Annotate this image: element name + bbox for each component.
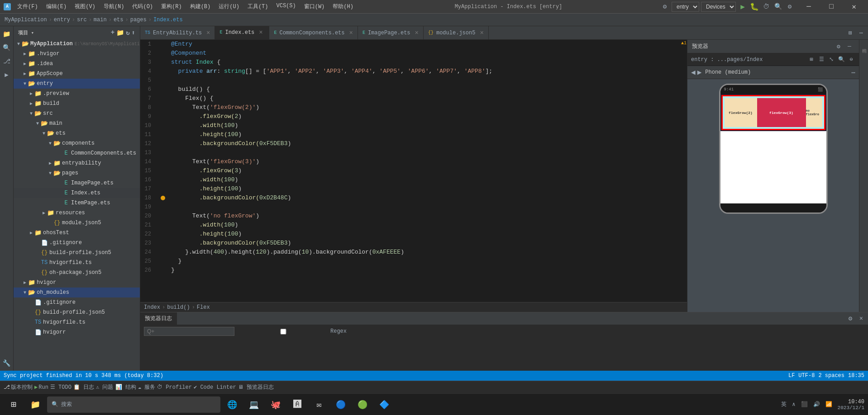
menu-refactor[interactable]: 重构(R) xyxy=(157,2,186,11)
taskbar-search[interactable]: 🔍 搜索 xyxy=(47,396,220,413)
tree-item-ohpackage[interactable]: {} oh-package.json5 xyxy=(14,268,140,278)
run-btn[interactable]: ▶ Run xyxy=(34,384,48,391)
settings-icon[interactable]: ⚙ xyxy=(660,2,670,12)
start-button[interactable]: ⊞ xyxy=(4,395,24,415)
preview-settings-btn[interactable]: ⚙ xyxy=(834,42,844,52)
tab-modulejson5[interactable]: {} module.json5 × xyxy=(424,26,489,39)
bottom-close-btn[interactable]: × xyxy=(856,314,866,324)
breadcrumb-src[interactable]: src xyxy=(77,17,87,23)
activity-search[interactable]: 🔍 xyxy=(1,42,13,53)
search-toolbar-icon[interactable]: 🔍 xyxy=(773,2,783,12)
breadcrumb-ets[interactable]: ets xyxy=(114,17,124,23)
breadcrumb-flex-func[interactable]: Flex xyxy=(197,304,210,311)
tree-item-buildprofile[interactable]: {} build-profile.json5 xyxy=(14,248,140,258)
tray-show-hidden[interactable]: ∧ xyxy=(790,400,797,409)
version-control-btn[interactable]: ⎇ 版本控制 xyxy=(4,383,33,391)
taskbar-vscode[interactable]: 💻 xyxy=(244,395,264,415)
taskbar-file-manager[interactable]: 📁 xyxy=(25,395,45,415)
log-area[interactable] xyxy=(140,338,868,371)
menu-view[interactable]: 视图(V) xyxy=(71,2,99,11)
menu-window[interactable]: 窗口(W) xyxy=(300,2,329,11)
preview-more-btn[interactable]: ⋯ xyxy=(852,69,855,76)
sidebar-new-file-icon[interactable]: + xyxy=(111,29,114,37)
breadcrumb-build-func[interactable]: build() xyxy=(167,304,190,311)
tree-item-ohmodules[interactable]: ▼ 📂 oh_modules xyxy=(14,288,140,297)
regex-checkbox[interactable] xyxy=(238,329,329,335)
preview-next-btn[interactable]: ▶ xyxy=(697,68,702,77)
tab-close-entryability[interactable]: × xyxy=(206,29,210,37)
code-editor[interactable]: 1 2 3 4 5 6 7 8 9 10 11 12 13 xyxy=(140,40,687,302)
tree-item-idea[interactable]: ▶ 📁 .idea xyxy=(14,59,140,69)
status-indent[interactable]: 2 spaces xyxy=(818,373,844,379)
tab-entryability[interactable]: TS EntryAbility.ts × xyxy=(140,26,215,39)
log-btn[interactable]: 📋 日志 xyxy=(73,383,94,391)
tree-item-main[interactable]: ▼ 📂 main xyxy=(14,118,140,128)
breadcrumb-pages[interactable]: pages xyxy=(130,17,147,23)
tree-item-itempage[interactable]: E ItemPage.ets xyxy=(14,198,140,208)
tree-item-gitignore[interactable]: 📄 .gitignore xyxy=(14,238,140,248)
tree-item-src[interactable]: ▼ 📂 src xyxy=(14,108,140,118)
breakpoint-dot[interactable] xyxy=(161,196,165,200)
tree-item-ets[interactable]: ▼ 📂 ets xyxy=(14,128,140,138)
taskbar-app2[interactable]: 🟢 xyxy=(353,395,372,415)
tree-item-build[interactable]: ▶ 📁 build xyxy=(14,99,140,108)
todo-btn[interactable]: ☰ TODO xyxy=(50,384,72,391)
status-encoding[interactable]: UTF-8 xyxy=(798,373,815,379)
tree-item-hvigorfile2[interactable]: TS hvigorfile.ts xyxy=(14,317,140,327)
tree-item-modulejson5[interactable]: {} module.json5 xyxy=(14,218,140,228)
menu-build[interactable]: 构建(B) xyxy=(186,2,215,11)
activity-extensions[interactable]: 🔧 xyxy=(1,357,13,369)
sidebar-new-folder-icon[interactable]: 📁 xyxy=(116,29,124,37)
tree-item-hvigorr[interactable]: 📄 hvigorr xyxy=(14,327,140,337)
tree-item-entryability[interactable]: ▶ 📁 entryability xyxy=(14,158,140,168)
sidebar-collapse-icon[interactable]: ⬆ xyxy=(132,29,135,37)
tree-item-myapp[interactable]: ▼ 📂 MyApplication E:\HarmonyOS\MyApplica… xyxy=(14,39,140,49)
menu-tools[interactable]: 工具(T) xyxy=(244,2,272,11)
tray-network[interactable]: 📶 xyxy=(824,400,834,409)
tree-item-components[interactable]: ▼ 📂 components xyxy=(14,138,140,148)
breadcrumb-index-func[interactable]: Index xyxy=(144,304,160,311)
activity-explorer[interactable]: 📁 xyxy=(1,28,13,40)
right-sidebar-structure[interactable]: 结构 xyxy=(859,40,868,50)
preview-expand-icon[interactable]: ⤡ xyxy=(827,56,835,64)
minimize-button[interactable]: ─ xyxy=(798,0,819,14)
tree-item-indexets[interactable]: E Index.ets xyxy=(14,188,140,198)
tree-item-gitignore2[interactable]: 📄 .gitignore xyxy=(14,297,140,307)
preview-zoom-out-icon[interactable]: ⊖ xyxy=(847,56,855,64)
run-button[interactable]: ▶ xyxy=(738,2,748,12)
tree-item-commoncomp[interactable]: E CommonComponents.ets xyxy=(14,148,140,158)
tree-item-preview[interactable]: ▶ 📁 .preview xyxy=(14,89,140,99)
structure-btn[interactable]: 📊 结构 xyxy=(115,383,136,391)
taskbar-git[interactable]: 🐙 xyxy=(266,395,286,415)
issues-btn[interactable]: ⚠ 问题 xyxy=(96,383,113,391)
debug-button[interactable]: 🐛 xyxy=(749,2,759,12)
menu-vcs[interactable]: VCS(S) xyxy=(272,2,299,11)
device-selector[interactable]: Devices xyxy=(701,2,736,12)
code-linter-btn[interactable]: ✔ Code Linter xyxy=(194,384,236,391)
tab-close-indexets[interactable]: × xyxy=(259,29,262,36)
profile-button[interactable]: ⏱ xyxy=(761,2,771,12)
tab-close-modulejson5[interactable]: × xyxy=(480,29,483,37)
taskbar-ide[interactable]: 🅰 xyxy=(287,395,307,415)
preview-zoom-in-icon[interactable]: 🔍 xyxy=(837,56,845,64)
tree-item-hvigorfile[interactable]: TS hvigorfile.ts xyxy=(14,258,140,268)
menu-bar[interactable]: 文件(F) 编辑(E) 视图(V) 导航(N) 代码(O) 重构(R) 构建(B… xyxy=(14,2,357,11)
profiler-btn[interactable]: ⏱ Profiler xyxy=(157,384,192,391)
tray-battery[interactable]: ⬛ xyxy=(799,400,810,409)
menu-file[interactable]: 文件(F) xyxy=(14,2,42,11)
settings-toolbar-icon[interactable]: ⚙ xyxy=(785,2,795,12)
tab-close-imagepage[interactable]: × xyxy=(415,29,419,37)
services-btn[interactable]: ☁ 服务 xyxy=(138,383,155,391)
tree-item-resources[interactable]: ▶ 📁 resources xyxy=(14,208,140,218)
tree-item-buildprofile2[interactable]: {} build-profile.json5 xyxy=(14,307,140,317)
taskbar-app1[interactable]: 🔵 xyxy=(331,395,351,415)
taskbar-clock[interactable]: 10:40 2023/12/1 xyxy=(838,399,864,410)
menu-run[interactable]: 运行(U) xyxy=(215,2,243,11)
bottom-search-input[interactable] xyxy=(144,327,234,336)
breadcrumb-indexets[interactable]: Index.ets xyxy=(153,17,183,23)
preview-prev-btn[interactable]: ◀ xyxy=(691,68,696,77)
taskbar-mail[interactable]: ✉ xyxy=(309,395,329,415)
preview-log-btn[interactable]: 🖥 预览器日志 xyxy=(238,383,274,391)
regex-label[interactable]: Regex xyxy=(238,328,347,335)
tab-commoncomp[interactable]: E CommonComponents.ets × xyxy=(269,26,358,39)
